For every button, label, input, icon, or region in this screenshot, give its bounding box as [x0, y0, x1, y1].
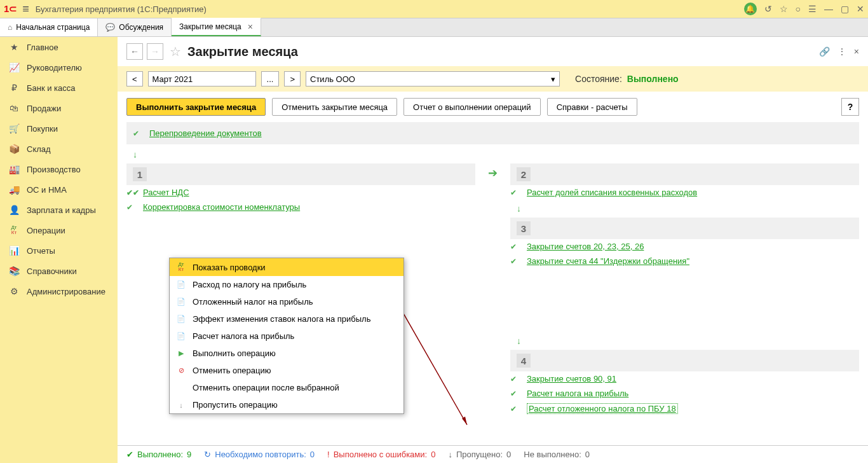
help-button[interactable]: ? — [841, 98, 859, 116]
sidebar-label: Зарплата и кадры — [27, 205, 96, 215]
tabs-bar: ⌂ Начальная страница 💬 Обсуждения Закрыт… — [0, 18, 868, 37]
menu-rate-effect[interactable]: 📄Эффект изменения ставок налога на прибы… — [170, 310, 403, 328]
korr-link[interactable]: Корректировка стоимости номенклатуры — [143, 202, 300, 212]
sidebar-item-catalogs[interactable]: 📚Справочники — [0, 261, 118, 281]
pbu18-link[interactable]: Расчет отложенного налога по ПБУ 18 — [527, 403, 678, 414]
tab-label: Начальная страница — [16, 23, 90, 32]
menu-label: Выполнить операцию — [193, 349, 276, 358]
dtkt-icon: ДтКт — [9, 225, 19, 235]
skipped-label: Пропущено: — [456, 450, 503, 459]
minimize-icon[interactable]: — — [824, 4, 833, 14]
reproc-link[interactable]: Перепроведение документов — [149, 128, 262, 138]
step-2-header: 2 — [510, 163, 859, 185]
sidebar-item-operations[interactable]: ДтКтОперации — [0, 220, 118, 240]
home-icon: ⌂ — [8, 23, 12, 32]
tab-close-icon[interactable]: × — [248, 22, 253, 32]
menu-label: Отменить операцию — [193, 366, 271, 375]
close-icon[interactable]: ✕ — [857, 4, 864, 14]
tab-label: Обсуждения — [119, 23, 163, 32]
nav-forward-button[interactable]: → — [147, 43, 163, 60]
menu-deferred-tax[interactable]: 📄Отложенный налог на прибыль — [170, 293, 403, 310]
box-icon: 📦 — [9, 144, 19, 154]
sidebar-item-warehouse[interactable]: 📦Склад — [0, 139, 118, 159]
zakr20-link[interactable]: Закрытие счетов 20, 23, 25, 26 — [527, 242, 644, 251]
check-icon: ✔ — [510, 389, 520, 398]
sidebar-item-manager[interactable]: 📈Руководителю — [0, 57, 118, 78]
check-icon: ✔ — [126, 203, 137, 212]
sidebar-item-purchases[interactable]: 🛒Покупки — [0, 118, 118, 139]
sidebar-item-admin[interactable]: ⚙Администрирование — [0, 281, 118, 301]
references-button[interactable]: Справки - расчеты — [547, 98, 637, 116]
bell-icon[interactable]: 🔔 — [744, 3, 757, 15]
person-icon: 👤 — [9, 205, 19, 215]
menu-label: Отменить операции после выбранной — [193, 383, 339, 392]
sidebar-label: Производство — [27, 165, 81, 174]
organization-select[interactable]: Стиль ООО ▾ — [306, 71, 560, 86]
status-value: Выполнено — [627, 74, 679, 84]
sidebar-item-production[interactable]: 🏭Производство — [0, 159, 118, 179]
menu-skip-op[interactable]: ↓Пропустить операцию — [170, 396, 403, 413]
tab-closing[interactable]: Закрытие месяца × — [172, 18, 261, 36]
cancel-icon: ⊘ — [176, 366, 186, 375]
hamburger-icon[interactable]: ≡ — [22, 3, 29, 16]
step-num: 4 — [517, 354, 531, 368]
menu-cancel-op[interactable]: ⊘Отменить операцию — [170, 362, 403, 379]
title-bar: 1⊂ ≡ Бухгалтерия предприятия (1С:Предпри… — [0, 0, 868, 18]
history-icon[interactable]: ↺ — [764, 4, 772, 14]
sidebar-item-osinma[interactable]: 🚚ОС и НМА — [0, 179, 118, 200]
menu-cancel-after[interactable]: Отменить операции после выбранной — [170, 379, 403, 396]
sidebar-label: Справочники — [27, 266, 77, 276]
notdone-value: 0 — [585, 450, 590, 459]
sidebar: ★Главное 📈Руководителю ₽Банк и касса 🛍Пр… — [0, 37, 118, 463]
cancel-closing-button[interactable]: Отменить закрытие месяца — [272, 98, 397, 116]
sidebar-item-bank[interactable]: ₽Банк и касса — [0, 78, 118, 98]
nalog-link[interactable]: Расчет налога на прибыль — [527, 389, 628, 398]
nav-back-button[interactable]: ← — [126, 43, 143, 60]
sidebar-item-sales[interactable]: 🛍Продажи — [0, 98, 118, 118]
doc-icon: 📄 — [176, 280, 186, 289]
doc-icon: 📄 — [176, 332, 186, 340]
more-icon[interactable]: ⋮ — [837, 46, 846, 57]
period-prev-button[interactable]: < — [126, 71, 143, 86]
nds-link[interactable]: Расчет НДС — [143, 188, 189, 197]
maximize-icon[interactable]: ▢ — [841, 4, 849, 14]
dtkt-icon: ДтКт — [176, 262, 186, 272]
close-panel-icon[interactable]: × — [854, 46, 859, 57]
filter-bar: < ... > Стиль ООО ▾ Состояние: Выполнено — [118, 66, 868, 92]
books-icon: 📚 — [9, 266, 19, 276]
period-more-button[interactable]: ... — [261, 71, 280, 86]
check-icon: ✔ — [510, 242, 520, 251]
star-icon[interactable]: ☆ — [780, 4, 788, 14]
sidebar-label: Склад — [27, 144, 51, 154]
sidebar-item-main[interactable]: ★Главное — [0, 37, 118, 57]
menu-show-entries[interactable]: ДтКтПоказать проводки — [170, 258, 403, 276]
sidebar-item-reports[interactable]: 📊Отчеты — [0, 240, 118, 261]
arrow-right-icon: ➔ — [488, 166, 498, 180]
action-bar: Выполнить закрытие месяца Отменить закры… — [118, 92, 868, 122]
org-value: Стиль ООО — [310, 74, 355, 84]
errors-label: Выполнено с ошибками: — [334, 450, 428, 459]
menu-tax-calc[interactable]: 📄Расчет налога на прибыль — [170, 328, 403, 345]
step-num: 1 — [133, 167, 147, 181]
circle-icon[interactable]: ○ — [796, 4, 801, 14]
zakr90-link[interactable]: Закрытие счетов 90, 91 — [527, 374, 616, 384]
menu-tax-expense[interactable]: 📄Расход по налогу на прибыль — [170, 276, 403, 293]
check-icon: ✔ — [510, 404, 520, 413]
kosv-link[interactable]: Расчет долей списания косвенных расходов — [527, 188, 697, 197]
sidebar-item-salary[interactable]: 👤Зарплата и кадры — [0, 200, 118, 220]
menu-run-op[interactable]: ▶Выполнить операцию — [170, 345, 403, 362]
logo-1c: 1⊂ — [4, 3, 17, 15]
check-icon: ✔ — [133, 129, 143, 138]
filter-icon[interactable]: ☰ — [808, 4, 817, 14]
zakr44-link[interactable]: Закрытие счета 44 "Издержки обращения" — [527, 256, 689, 266]
tab-home[interactable]: ⌂ Начальная страница — [0, 18, 98, 36]
refresh-icon: ↻ — [204, 450, 211, 459]
tab-discuss[interactable]: 💬 Обсуждения — [98, 18, 172, 36]
period-next-button[interactable]: > — [284, 71, 301, 86]
run-closing-button[interactable]: Выполнить закрытие месяца — [126, 98, 266, 116]
report-button[interactable]: Отчет о выполнении операций — [403, 98, 541, 116]
menu-label: Расчет налога на прибыль — [193, 331, 294, 341]
period-input[interactable] — [148, 71, 256, 86]
link-icon[interactable]: 🔗 — [819, 46, 830, 57]
favorite-star-icon[interactable]: ☆ — [170, 44, 181, 59]
